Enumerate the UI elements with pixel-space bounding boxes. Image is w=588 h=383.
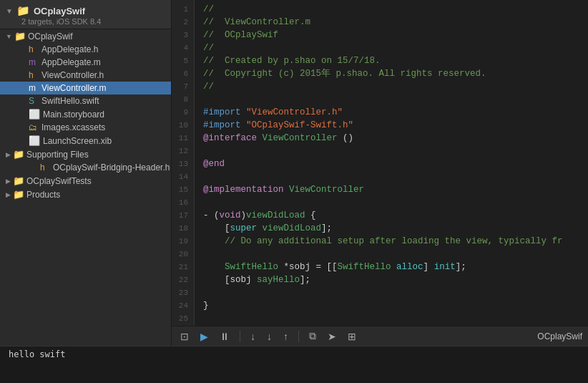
sidebar-item-products-group[interactable]: ▶ 📁 Products [0, 188, 171, 201]
sidebar-item-bridging-header[interactable]: h OCplaySwif-Bridging-Header.h [0, 161, 171, 174]
project-folder-icon: 📁 [16, 4, 30, 17]
sidebar-item-appdelegate-h[interactable]: h AppDelegate.h [0, 43, 171, 56]
project-name-label: OCplaySwif [537, 331, 582, 341]
project-name-row[interactable]: ▼ 📁 OCplaySwif [6, 4, 165, 17]
folder-icon: 📁 [13, 149, 24, 160]
swift-icon: S [29, 96, 39, 106]
step-out-btn[interactable]: ↑ [280, 329, 291, 344]
bottom-toolbar: ⊡ ▶ ⏸ ↓ ↓ ↑ ⧉ ➤ ⊞ OCplaySwif [172, 326, 588, 346]
project-header: ▼ 📁 OCplaySwif 2 targets, iOS SDK 8.4 [0, 0, 171, 29]
sidebar-item-ocplayswif-group[interactable]: ▼ 📁 OCplaySwif [0, 29, 171, 43]
folder-icon: 📁 [13, 189, 24, 200]
divider [240, 331, 240, 342]
sidebar-item-tests-group[interactable]: ▶ 📁 OCplaySwifTests [0, 174, 171, 188]
file-label: Main.storyboard [43, 110, 104, 120]
sidebar-item-viewcontroller-h[interactable]: h ViewController.h [0, 69, 171, 82]
project-title: OCplaySwif [34, 6, 85, 16]
header-icon: h [29, 44, 39, 54]
divider [298, 331, 299, 342]
expand-arrow[interactable]: ▼ [6, 7, 13, 15]
objc-icon: m [29, 57, 39, 67]
file-label: ViewController.m [41, 83, 106, 93]
file-label: AppDelegate.m [41, 57, 101, 67]
file-label: SwiftHello.swift [41, 96, 99, 106]
sidebar-item-images[interactable]: 🗂 Images.xcassets [0, 121, 171, 134]
group-label: OCplaySwifTests [26, 176, 92, 186]
chevron-down-icon: ▼ [6, 33, 12, 40]
grid-btn[interactable]: ⊞ [345, 329, 359, 344]
folder-icon: 📁 [13, 175, 24, 186]
sidebar-item-viewcontroller-m[interactable]: m ViewController.m [0, 82, 171, 94]
folder-icon: 📁 [14, 31, 26, 42]
sidebar-item-swifthello[interactable]: S SwiftHello.swift [0, 94, 171, 107]
file-label: OCplaySwif-Bridging-Header.h [53, 163, 170, 173]
step-over-btn[interactable]: ↓ [248, 329, 258, 344]
share-btn[interactable]: ➤ [325, 329, 339, 344]
chevron-right-icon: ▶ [6, 178, 11, 185]
header-icon: h [29, 70, 39, 80]
chevron-right-icon: ▶ [6, 151, 11, 158]
file-label: ViewController.h [41, 70, 104, 80]
xib-icon: ⬜ [29, 135, 40, 146]
sidebar-item-main-storyboard[interactable]: ⬜ Main.storyboard [0, 107, 171, 121]
header-icon: h [40, 163, 50, 173]
file-label: LaunchScreen.xib [43, 136, 112, 146]
sidebar-item-appdelegate-m[interactable]: m AppDelegate.m [0, 56, 171, 69]
objc-icon: m [29, 83, 39, 93]
group-label: Supporting Files [26, 150, 89, 160]
assets-icon: 🗂 [29, 122, 39, 132]
code-area[interactable]: 12345 678910 1112131415 1617181920 21222… [172, 0, 588, 326]
file-label: Images.xcassets [41, 122, 105, 132]
group-label: OCplaySwif [28, 31, 73, 42]
console-toggle-btn[interactable]: ⊡ [177, 329, 192, 344]
sidebar-item-supporting-files[interactable]: ▶ 📁 Supporting Files [0, 147, 171, 161]
storyboard-icon: ⬜ [29, 109, 40, 120]
chevron-right-icon: ▶ [6, 191, 11, 198]
project-meta: 2 targets, iOS SDK 8.4 [21, 17, 165, 26]
code-content[interactable]: // // ViewController.m // OCplaySwif // … [195, 0, 588, 326]
console: hello swift [0, 346, 588, 383]
step-in-btn[interactable]: ↓ [264, 329, 275, 344]
editor: 12345 678910 1112131415 1617181920 21222… [172, 0, 588, 346]
run-btn[interactable]: ▶ [197, 329, 211, 344]
console-output: hello swift [9, 349, 65, 359]
sidebar: ▼ 📁 OCplaySwif 2 targets, iOS SDK 8.4 ▼ … [0, 0, 172, 346]
group-label: Products [26, 190, 60, 200]
line-numbers: 12345 678910 1112131415 1617181920 21222… [172, 0, 195, 326]
file-label: AppDelegate.h [41, 44, 98, 54]
view-toggle-btn[interactable]: ⧉ [306, 329, 319, 344]
pause-btn[interactable]: ⏸ [217, 329, 232, 344]
sidebar-item-launchscreen[interactable]: ⬜ LaunchScreen.xib [0, 134, 171, 147]
